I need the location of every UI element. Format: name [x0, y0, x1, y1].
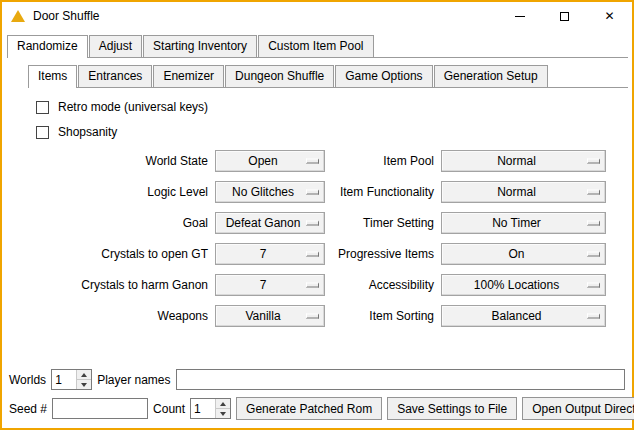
crystals-ganon-dropdown[interactable]: 7	[215, 274, 325, 296]
window-controls: ✕	[497, 2, 632, 30]
progressive-items-dropdown[interactable]: On	[441, 243, 606, 265]
seed-input[interactable]	[52, 398, 148, 419]
dropdown-indicator-icon	[306, 314, 319, 319]
inner-notebook: Items Entrances Enemizer Dungeon Shuffle…	[28, 65, 628, 369]
item-functionality-value: Normal	[497, 185, 550, 199]
shopsanity-checkbox[interactable]	[36, 126, 49, 139]
count-spinner	[190, 398, 231, 419]
world-state-dropdown[interactable]: Open	[215, 150, 325, 172]
tab-adjust[interactable]: Adjust	[89, 35, 142, 57]
tab-game-options[interactable]: Game Options	[335, 65, 432, 87]
dropdown-indicator-icon	[587, 159, 600, 164]
weapons-dropdown[interactable]: Vanilla	[215, 305, 325, 327]
inner-tab-bar: Items Entrances Enemizer Dungeon Shuffle…	[28, 65, 628, 88]
count-spin-up-icon[interactable]	[216, 399, 230, 408]
count-label: Count	[153, 402, 185, 416]
logic-level-value: No Glitches	[232, 185, 308, 199]
player-names-input[interactable]	[176, 369, 626, 390]
minimize-button[interactable]	[497, 2, 542, 30]
progressive-items-label: Progressive Items	[332, 247, 434, 261]
dropdown-indicator-icon	[306, 221, 319, 226]
save-settings-button[interactable]: Save Settings to File	[387, 397, 517, 420]
item-functionality-label: Item Functionality	[332, 185, 434, 199]
worlds-spin-down-icon[interactable]	[77, 379, 91, 389]
close-icon: ✕	[604, 10, 614, 22]
weapons-value: Vanilla	[245, 309, 294, 323]
worlds-spin-up-icon[interactable]	[77, 370, 91, 379]
accessibility-dropdown[interactable]: 100% Locations	[441, 274, 606, 296]
dropdown-indicator-icon	[587, 221, 600, 226]
crystals-gt-label: Crystals to open GT	[36, 247, 208, 261]
settings-grid: World State Open Item Pool Normal Logic …	[36, 150, 628, 327]
tab-dungeon-shuffle[interactable]: Dungeon Shuffle	[225, 65, 334, 87]
accessibility-label: Accessibility	[332, 278, 434, 292]
dropdown-indicator-icon	[587, 252, 600, 257]
retro-mode-label: Retro mode (universal keys)	[58, 100, 208, 114]
tab-generation-setup[interactable]: Generation Setup	[434, 65, 548, 87]
window-body: Randomize Adjust Starting Inventory Cust…	[2, 30, 632, 428]
dropdown-indicator-icon	[306, 190, 319, 195]
seed-label: Seed #	[9, 402, 47, 416]
item-sorting-value: Balanced	[491, 309, 555, 323]
item-sorting-dropdown[interactable]: Balanced	[441, 305, 606, 327]
retro-mode-checkbox[interactable]	[36, 101, 49, 114]
item-pool-value: Normal	[497, 154, 550, 168]
crystals-gt-dropdown[interactable]: 7	[215, 243, 325, 265]
dropdown-indicator-icon	[587, 314, 600, 319]
dropdown-indicator-icon	[587, 283, 600, 288]
timer-setting-label: Timer Setting	[332, 216, 434, 230]
dropdown-indicator-icon	[306, 159, 319, 164]
logic-level-label: Logic Level	[36, 185, 208, 199]
tab-items[interactable]: Items	[28, 65, 77, 88]
retro-mode-checkbox-row[interactable]: Retro mode (universal keys)	[36, 100, 628, 114]
shopsanity-label: Shopsanity	[58, 125, 117, 139]
outer-tab-bar: Randomize Adjust Starting Inventory Cust…	[7, 35, 628, 58]
shopsanity-checkbox-row[interactable]: Shopsanity	[36, 125, 628, 139]
dropdown-indicator-icon	[306, 252, 319, 257]
crystals-gt-value: 7	[260, 247, 281, 261]
logic-level-dropdown[interactable]: No Glitches	[215, 181, 325, 203]
worlds-label: Worlds	[9, 373, 46, 387]
tab-entrances[interactable]: Entrances	[78, 65, 152, 87]
crystals-ganon-value: 7	[260, 278, 281, 292]
dropdown-indicator-icon	[587, 190, 600, 195]
worlds-input[interactable]	[52, 370, 76, 389]
app-window: Door Shuffle ✕ Randomize Adjust Starting…	[0, 0, 634, 430]
close-button[interactable]: ✕	[587, 2, 632, 30]
worlds-spinner-arrows	[76, 370, 91, 389]
generate-patched-rom-button[interactable]: Generate Patched Rom	[236, 397, 382, 420]
weapons-label: Weapons	[36, 309, 208, 323]
tab-randomize[interactable]: Randomize	[7, 35, 88, 58]
maximize-icon	[560, 12, 569, 21]
tab-enemizer[interactable]: Enemizer	[153, 65, 224, 87]
open-output-directory-button[interactable]: Open Output Directory	[522, 397, 634, 420]
minimize-icon	[515, 16, 525, 17]
window-title: Door Shuffle	[33, 9, 100, 23]
titlebar[interactable]: Door Shuffle ✕	[2, 2, 632, 30]
app-icon	[11, 10, 25, 22]
count-spinner-arrows	[215, 399, 230, 418]
goal-dropdown[interactable]: Defeat Ganon	[215, 212, 325, 234]
dropdown-indicator-icon	[306, 283, 319, 288]
item-pool-dropdown[interactable]: Normal	[441, 150, 606, 172]
count-spin-down-icon[interactable]	[216, 408, 230, 418]
crystals-ganon-label: Crystals to harm Ganon	[36, 278, 208, 292]
progressive-items-value: On	[508, 247, 538, 261]
maximize-button[interactable]	[542, 2, 587, 30]
bottom-controls: Worlds Player names Seed # Count	[6, 369, 628, 420]
item-sorting-label: Item Sorting	[332, 309, 434, 323]
tab-custom-item-pool[interactable]: Custom Item Pool	[258, 35, 373, 57]
tab-starting-inventory[interactable]: Starting Inventory	[143, 35, 257, 57]
worlds-row: Worlds Player names	[9, 369, 625, 390]
item-functionality-dropdown[interactable]: Normal	[441, 181, 606, 203]
seed-row: Seed # Count Generate Patched Rom Save S…	[9, 397, 625, 420]
worlds-spinner	[51, 369, 92, 390]
goal-label: Goal	[36, 216, 208, 230]
timer-setting-dropdown[interactable]: No Timer	[441, 212, 606, 234]
item-pool-label: Item Pool	[332, 154, 434, 168]
world-state-label: World State	[36, 154, 208, 168]
player-names-label: Player names	[97, 373, 170, 387]
goal-value: Defeat Ganon	[226, 216, 315, 230]
count-input[interactable]	[191, 399, 215, 418]
accessibility-value: 100% Locations	[474, 278, 573, 292]
